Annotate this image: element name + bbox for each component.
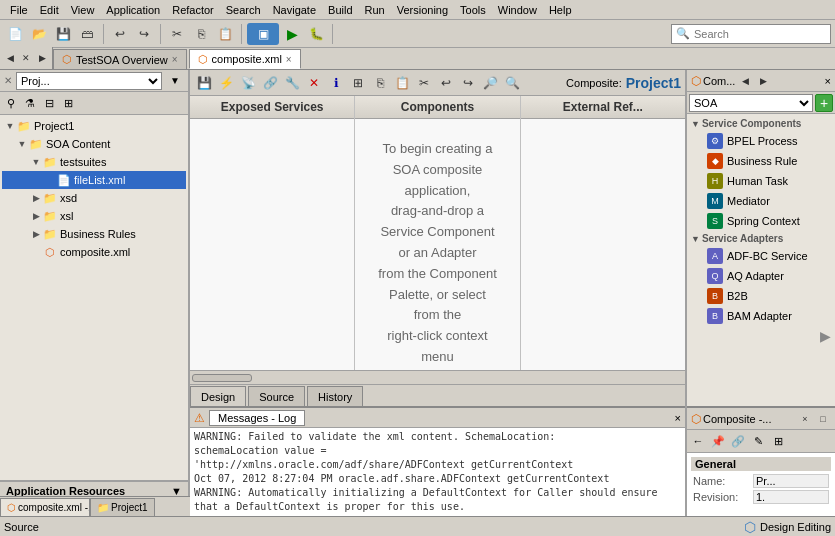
toolbar-redo[interactable]: ↪ bbox=[133, 23, 155, 45]
tree-label: composite.xml bbox=[60, 246, 130, 258]
toolbar-cut[interactable]: ✂ bbox=[166, 23, 188, 45]
prop-back[interactable]: ← bbox=[689, 432, 707, 450]
panel-back[interactable]: ◀ bbox=[737, 73, 753, 89]
canvas-hscroll[interactable] bbox=[190, 370, 685, 384]
tab-design[interactable]: Design bbox=[190, 386, 246, 406]
sync-editor[interactable]: ⚲ bbox=[2, 94, 20, 112]
comp-human-task[interactable]: H Human Task bbox=[687, 171, 835, 191]
soa-connect[interactable]: 🔗 bbox=[260, 73, 280, 93]
toolbar-undo[interactable]: ↩ bbox=[109, 23, 131, 45]
prop-name-value: Pr... bbox=[753, 474, 829, 488]
tree-item[interactable]: ▶ 📁 xsd bbox=[2, 189, 186, 207]
tab-close-composite[interactable]: × bbox=[286, 54, 292, 65]
soa-zoom-out[interactable]: 🔍 bbox=[502, 73, 522, 93]
panel-forward[interactable]: ▶ bbox=[755, 73, 771, 89]
prop-edit[interactable]: ✎ bbox=[749, 432, 767, 450]
menu-build[interactable]: Build bbox=[322, 3, 358, 17]
search-input[interactable] bbox=[694, 28, 826, 40]
soa-redo[interactable]: ↪ bbox=[458, 73, 478, 93]
soa-service[interactable]: 🔧 bbox=[282, 73, 302, 93]
comp-b2b[interactable]: B B2B bbox=[687, 286, 835, 306]
soa-paste[interactable]: 📋 bbox=[392, 73, 412, 93]
hscroll-thumb[interactable] bbox=[192, 374, 252, 382]
messages-close[interactable]: × bbox=[675, 412, 681, 424]
project-select[interactable]: Proj... bbox=[16, 72, 162, 90]
menu-search[interactable]: Search bbox=[220, 3, 267, 17]
soa-delete[interactable]: ✕ bbox=[304, 73, 324, 93]
toolbar-new[interactable]: 📄 bbox=[4, 23, 26, 45]
soa-cut[interactable]: ✂ bbox=[414, 73, 434, 93]
soa-validate[interactable]: ⚡ bbox=[216, 73, 236, 93]
tree-item[interactable]: ▼ 📁 SOA Content bbox=[2, 135, 186, 153]
soa-canvas[interactable]: Exposed Services Components To begin cre… bbox=[190, 96, 685, 370]
comp-aq-adapter[interactable]: Q AQ Adapter bbox=[687, 266, 835, 286]
prop-maximize[interactable]: □ bbox=[815, 411, 831, 427]
lbt-composite[interactable]: ⬡ composite.xml -... bbox=[0, 498, 90, 516]
soa-expand[interactable]: ⊞ bbox=[348, 73, 368, 93]
comp-adf-bc[interactable]: A ADF-BC Service bbox=[687, 246, 835, 266]
tab-nav-close[interactable]: ✕ bbox=[18, 50, 34, 66]
toolbar-open[interactable]: 📂 bbox=[28, 23, 50, 45]
prop-close[interactable]: × bbox=[797, 411, 813, 427]
tree-item[interactable]: ▶ 📁 xsl bbox=[2, 207, 186, 225]
tab-composite[interactable]: ⬡ composite.xml × bbox=[189, 49, 301, 69]
tab-testSOA[interactable]: ⬡ TestSOA Overview × bbox=[53, 49, 187, 69]
prop-layout[interactable]: ⊞ bbox=[769, 432, 787, 450]
menu-refactor[interactable]: Refactor bbox=[166, 3, 220, 17]
tree-item-filelist[interactable]: 📄 fileList.xml bbox=[2, 171, 186, 189]
soa-toolbar: 💾 ⚡ 📡 🔗 🔧 ✕ ℹ ⊞ ⎘ 📋 ✂ ↩ ↪ 🔎 🔍 Composite:… bbox=[190, 70, 685, 96]
more-arrow[interactable]: ▶ bbox=[820, 328, 831, 344]
comp-bam-adapter[interactable]: B BAM Adapter bbox=[687, 306, 835, 326]
toolbar-build[interactable]: ▣ bbox=[247, 23, 279, 45]
toolbar-save-all[interactable]: 🗃 bbox=[76, 23, 98, 45]
soa-info[interactable]: ℹ bbox=[326, 73, 346, 93]
menu-application[interactable]: Application bbox=[100, 3, 166, 17]
collapse-all[interactable]: ⊟ bbox=[40, 94, 58, 112]
panel-close[interactable]: × bbox=[825, 75, 831, 87]
comp-spring-context[interactable]: S Spring Context bbox=[687, 211, 835, 231]
tab-nav-right[interactable]: ▶ bbox=[34, 50, 50, 66]
prop-pin[interactable]: 📌 bbox=[709, 432, 727, 450]
lbt-project[interactable]: 📁 Project1 bbox=[90, 498, 155, 516]
messages-tab-log[interactable]: Messages - Log bbox=[209, 410, 305, 426]
soa-copy[interactable]: ⎘ bbox=[370, 73, 390, 93]
comp-business-rule[interactable]: ◆ Business Rule bbox=[687, 151, 835, 171]
add-component-btn[interactable]: + bbox=[815, 94, 833, 112]
menu-versioning[interactable]: Versioning bbox=[391, 3, 454, 17]
toolbar-run[interactable]: ▶ bbox=[281, 23, 303, 45]
soa-save[interactable]: 💾 bbox=[194, 73, 214, 93]
tree-item[interactable]: ▶ 📁 Business Rules bbox=[2, 225, 186, 243]
tab-icon: ⬡ bbox=[62, 53, 72, 66]
menu-view[interactable]: View bbox=[65, 3, 101, 17]
soa-zoom-in[interactable]: 🔎 bbox=[480, 73, 500, 93]
menu-help[interactable]: Help bbox=[543, 3, 578, 17]
tree-item[interactable]: ▼ 📁 testsuites bbox=[2, 153, 186, 171]
tab-nav-left[interactable]: ◀ bbox=[2, 50, 18, 66]
tab-close-testSOA[interactable]: × bbox=[172, 54, 178, 65]
sep1 bbox=[103, 24, 104, 44]
comp-bpel[interactable]: ⚙ BPEL Process bbox=[687, 131, 835, 151]
menu-window[interactable]: Window bbox=[492, 3, 543, 17]
toolbar-save[interactable]: 💾 bbox=[52, 23, 74, 45]
menu-run[interactable]: Run bbox=[359, 3, 391, 17]
menu-navigate[interactable]: Navigate bbox=[267, 3, 322, 17]
toolbar-copy[interactable]: ⎘ bbox=[190, 23, 212, 45]
menu-file[interactable]: File bbox=[4, 3, 34, 17]
soa-undo[interactable]: ↩ bbox=[436, 73, 456, 93]
tab-history[interactable]: History bbox=[307, 386, 363, 406]
tree-item[interactable]: ▼ 📁 Project1 bbox=[2, 117, 186, 135]
prop-link[interactable]: 🔗 bbox=[729, 432, 747, 450]
menu-edit[interactable]: Edit bbox=[34, 3, 65, 17]
filter-btn[interactable]: ⚗ bbox=[21, 94, 39, 112]
panel-title: Com... bbox=[703, 75, 735, 87]
toolbar-paste[interactable]: 📋 bbox=[214, 23, 236, 45]
expand-all[interactable]: ⊞ bbox=[59, 94, 77, 112]
tree-item-composite[interactable]: ⬡ composite.xml bbox=[2, 243, 186, 261]
comp-mediator[interactable]: M Mediator bbox=[687, 191, 835, 211]
left-panel-menu[interactable]: ▼ bbox=[166, 72, 184, 90]
soa-signal[interactable]: 📡 bbox=[238, 73, 258, 93]
toolbar-debug[interactable]: 🐛 bbox=[305, 23, 327, 45]
tab-source[interactable]: Source bbox=[248, 386, 305, 406]
menu-tools[interactable]: Tools bbox=[454, 3, 492, 17]
soa-dropdown[interactable]: SOA bbox=[689, 94, 813, 112]
